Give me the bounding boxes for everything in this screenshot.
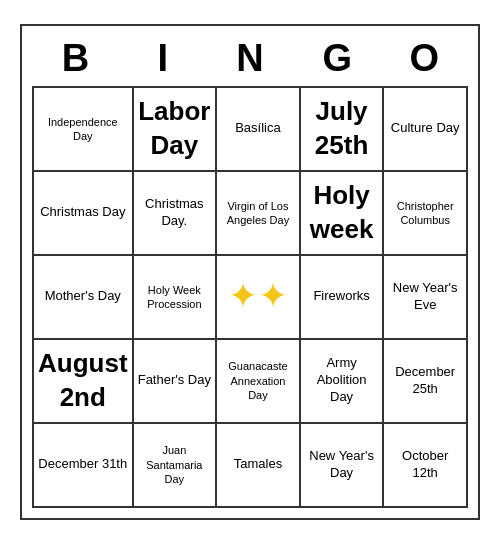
bingo-cell: July 25th <box>301 88 385 172</box>
bingo-cell: Christmas Day <box>34 172 134 256</box>
bingo-cell: October 12th <box>384 424 468 508</box>
bingo-cell: Holy week <box>301 172 385 256</box>
bingo-cell: December 25th <box>384 340 468 424</box>
bingo-cell: Mother's Day <box>34 256 134 340</box>
bingo-cell: Christopher Columbus <box>384 172 468 256</box>
bingo-cell: Culture Day <box>384 88 468 172</box>
bingo-cell: Guanacaste Annexation Day <box>217 340 301 424</box>
bingo-letter: O <box>381 36 468 82</box>
bingo-header: BINGO <box>32 36 468 82</box>
bingo-cell: ✦✦ <box>217 256 301 340</box>
bingo-letter: G <box>294 36 381 82</box>
bingo-cell: Army Abolition Day <box>301 340 385 424</box>
bingo-cell: Father's Day <box>134 340 218 424</box>
bingo-cell: Virgin of Los Angeles Day <box>217 172 301 256</box>
bingo-cell: New Year's Eve <box>384 256 468 340</box>
bingo-cell: Christmas Day. <box>134 172 218 256</box>
bingo-cell: August 2nd <box>34 340 134 424</box>
bingo-cell: Fireworks <box>301 256 385 340</box>
bingo-grid: Independence DayLabor DayBasílicaJuly 25… <box>32 86 468 508</box>
bingo-cell: Labor Day <box>134 88 218 172</box>
bingo-cell: Holy Week Procession <box>134 256 218 340</box>
bingo-card: BINGO Independence DayLabor DayBasílicaJ… <box>20 24 480 520</box>
bingo-letter: I <box>119 36 206 82</box>
bingo-letter: B <box>32 36 119 82</box>
bingo-cell: December 31th <box>34 424 134 508</box>
bingo-cell: Independence Day <box>34 88 134 172</box>
bingo-cell: Basílica <box>217 88 301 172</box>
bingo-cell: Juan Santamaria Day <box>134 424 218 508</box>
bingo-cell: New Year's Day <box>301 424 385 508</box>
bingo-letter: N <box>206 36 293 82</box>
bingo-cell: Tamales <box>217 424 301 508</box>
